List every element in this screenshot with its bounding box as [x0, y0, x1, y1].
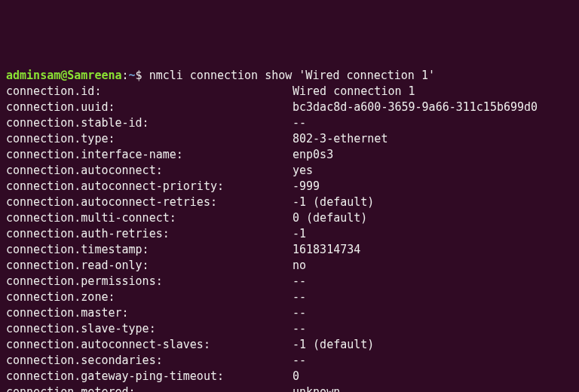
output-key: connection.multi-connect:	[6, 210, 293, 226]
output-row: connection.metered:unknown	[6, 384, 573, 392]
prompt-dollar: $	[136, 69, 149, 82]
output-value: --	[293, 353, 306, 369]
output-key: connection.auth-retries:	[6, 226, 293, 242]
output-value: --	[293, 274, 306, 289]
output-key: connection.uuid:	[6, 100, 293, 115]
output-key: connection.secondaries:	[6, 353, 293, 369]
prompt-line: adminsam@Samreena:~$ nmcli connection sh…	[6, 69, 435, 82]
output-key: connection.type:	[6, 131, 293, 147]
prompt-user-host: adminsam@Samreena	[6, 69, 122, 82]
output-key: connection.timestamp:	[6, 242, 293, 258]
output-row: connection.auth-retries:-1	[6, 226, 573, 242]
output-value: yes	[293, 163, 313, 179]
output-row: connection.autoconnect-slaves:-1 (defaul…	[6, 337, 573, 353]
output-key: connection.permissions:	[6, 274, 293, 289]
output-value: -1 (default)	[293, 337, 374, 353]
output-value: 0	[293, 369, 299, 384]
output-key: connection.master:	[6, 305, 293, 321]
output-value: unknown	[293, 384, 340, 392]
output-value: --	[293, 305, 306, 321]
output-row: connection.stable-id:--	[6, 115, 573, 131]
output-rows: connection.id:Wired connection 1connecti…	[6, 84, 573, 392]
output-row: connection.autoconnect-priority:-999	[6, 179, 573, 194]
output-key: connection.zone:	[6, 289, 293, 305]
command-text: nmcli connection show 'Wired connection …	[149, 69, 435, 82]
output-row: connection.gateway-ping-timeout:0	[6, 369, 573, 384]
output-value: -1	[293, 226, 306, 242]
output-row: connection.secondaries:--	[6, 353, 573, 369]
output-value: 802-3-ethernet	[293, 131, 388, 147]
output-row: connection.master:--	[6, 305, 573, 321]
output-value: bc3dac8d-a600-3659-9a66-311c15b699d0	[293, 100, 538, 115]
output-row: connection.slave-type:--	[6, 321, 573, 337]
output-value: enp0s3	[293, 147, 333, 163]
output-key: connection.stable-id:	[6, 115, 293, 131]
prompt-path: ~	[129, 69, 136, 82]
output-key: connection.gateway-ping-timeout:	[6, 369, 293, 384]
output-row: connection.interface-name:enp0s3	[6, 147, 573, 163]
output-value: --	[293, 289, 306, 305]
output-value: 0 (default)	[293, 210, 367, 226]
terminal[interactable]: adminsam@Samreena:~$ nmcli connection sh…	[6, 68, 573, 392]
output-row: connection.uuid:bc3dac8d-a600-3659-9a66-…	[6, 100, 573, 115]
output-row: connection.id:Wired connection 1	[6, 84, 573, 100]
output-value: --	[293, 115, 306, 131]
output-row: connection.autoconnect:yes	[6, 163, 573, 179]
output-value: --	[293, 321, 306, 337]
output-key: connection.id:	[6, 84, 293, 100]
output-value: -999	[293, 179, 320, 194]
output-row: connection.type:802-3-ethernet	[6, 131, 573, 147]
prompt-sep: :	[122, 69, 129, 82]
output-key: connection.slave-type:	[6, 321, 293, 337]
output-key: connection.autoconnect-slaves:	[6, 337, 293, 353]
output-key: connection.autoconnect:	[6, 163, 293, 179]
output-key: connection.autoconnect-retries:	[6, 194, 293, 210]
output-row: connection.read-only:no	[6, 258, 573, 274]
output-row: connection.permissions:--	[6, 274, 573, 289]
output-key: connection.metered:	[6, 384, 293, 392]
output-row: connection.multi-connect:0 (default)	[6, 210, 573, 226]
output-row: connection.timestamp:1618314734	[6, 242, 573, 258]
output-row: connection.zone:--	[6, 289, 573, 305]
output-row: connection.autoconnect-retries:-1 (defau…	[6, 194, 573, 210]
output-key: connection.autoconnect-priority:	[6, 179, 293, 194]
output-value: -1 (default)	[293, 194, 374, 210]
output-key: connection.interface-name:	[6, 147, 293, 163]
output-value: no	[293, 258, 306, 274]
output-value: Wired connection 1	[293, 84, 415, 100]
output-value: 1618314734	[293, 242, 360, 258]
output-key: connection.read-only:	[6, 258, 293, 274]
